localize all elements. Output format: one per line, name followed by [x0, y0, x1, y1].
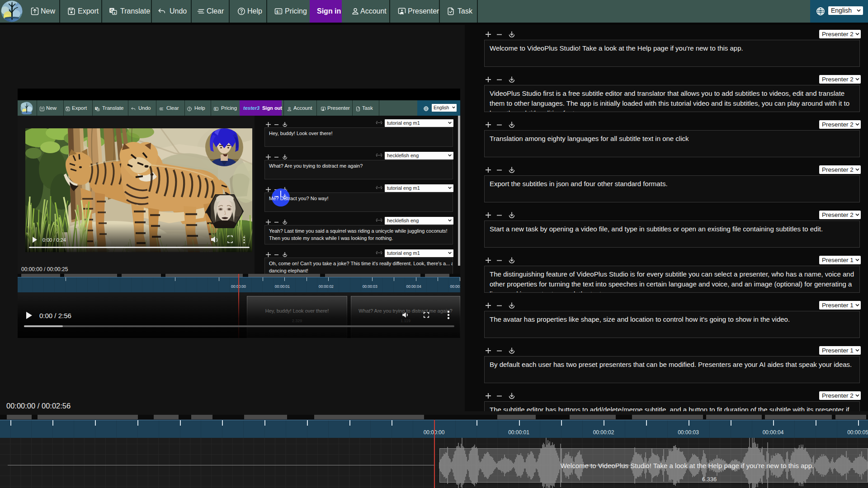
svg-text:$: $: [215, 108, 216, 110]
svg-text:0:00 / 0:24: 0:00 / 0:24: [42, 237, 66, 243]
svg-text:$: $: [276, 9, 278, 14]
